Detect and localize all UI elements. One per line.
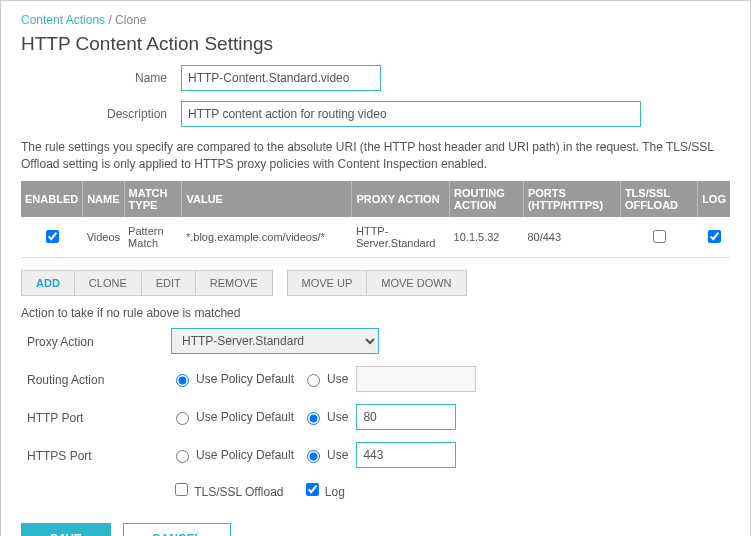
- description-label: Description: [21, 107, 181, 121]
- description-input[interactable]: [181, 101, 641, 127]
- http-use-text: Use: [327, 410, 348, 424]
- col-proxy-action: PROXY ACTION: [352, 181, 450, 217]
- row-value: *.blog.example.com/videos/*: [182, 217, 352, 258]
- row-proxy-action: HTTP-Server.Standard: [352, 217, 450, 258]
- log-checkbox[interactable]: [306, 483, 319, 496]
- breadcrumb-current: Clone: [115, 13, 146, 27]
- https-port-label: HTTPS Port: [21, 447, 171, 463]
- row-log-checkbox[interactable]: [708, 230, 721, 243]
- col-tls: TLS/SSL OFFLOAD: [620, 181, 697, 217]
- proxy-action-label: Proxy Action: [21, 333, 171, 349]
- https-port-input[interactable]: [356, 442, 456, 468]
- cancel-button[interactable]: CANCEL: [123, 523, 231, 536]
- https-use-radio-label[interactable]: Use: [302, 447, 348, 463]
- tls-offload-text: TLS/SSL Offload: [194, 485, 283, 499]
- http-use-radio[interactable]: [307, 412, 320, 425]
- col-value: VALUE: [182, 181, 352, 217]
- col-enabled: ENABLED: [21, 181, 83, 217]
- no-match-label: Action to take if no rule above is match…: [21, 306, 730, 320]
- tls-offload-checkbox-label[interactable]: TLS/SSL Offload: [171, 480, 284, 499]
- rules-toolbar: ADD CLONE EDIT REMOVE MOVE UP MOVE DOWN: [21, 270, 730, 296]
- routing-use-radio-label[interactable]: Use: [302, 371, 348, 387]
- proxy-action-select[interactable]: HTTP-Server.Standard: [171, 328, 379, 354]
- name-input[interactable]: [181, 65, 381, 91]
- bottom-buttons: SAVE CANCEL: [21, 523, 730, 536]
- move-up-button[interactable]: MOVE UP: [287, 270, 368, 296]
- http-port-input[interactable]: [356, 404, 456, 430]
- http-default-text: Use Policy Default: [196, 410, 294, 424]
- log-checkbox-label[interactable]: Log: [302, 480, 345, 499]
- row-match-type: Pattern Match: [124, 217, 182, 258]
- table-row[interactable]: Videos Pattern Match *.blog.example.com/…: [21, 217, 730, 258]
- breadcrumb-parent-link[interactable]: Content Actions: [21, 13, 105, 27]
- routing-action-label: Routing Action: [21, 371, 171, 387]
- col-match-type: MATCH TYPE: [124, 181, 182, 217]
- page-container: Content Actions / Clone HTTP Content Act…: [0, 0, 751, 536]
- col-routing-action: ROUTING ACTION: [450, 181, 524, 217]
- remove-button[interactable]: REMOVE: [196, 270, 273, 296]
- col-name: NAME: [83, 181, 124, 217]
- https-default-radio[interactable]: [176, 450, 189, 463]
- rules-header-row: ENABLED NAME MATCH TYPE VALUE PROXY ACTI…: [21, 181, 730, 217]
- row-tls-checkbox[interactable]: [653, 230, 666, 243]
- https-default-radio-label[interactable]: Use Policy Default: [171, 447, 294, 463]
- col-ports: PORTS (HTTP/HTTPS): [523, 181, 620, 217]
- http-port-label: HTTP Port: [21, 409, 171, 425]
- row-name: Videos: [83, 217, 124, 258]
- rules-table: ENABLED NAME MATCH TYPE VALUE PROXY ACTI…: [21, 181, 730, 258]
- routing-use-radio[interactable]: [307, 374, 320, 387]
- save-button[interactable]: SAVE: [21, 523, 111, 536]
- https-use-radio[interactable]: [307, 450, 320, 463]
- move-down-button[interactable]: MOVE DOWN: [367, 270, 466, 296]
- no-match-settings: Proxy Action HTTP-Server.Standard Routin…: [21, 328, 730, 499]
- row-ports: 80/443: [523, 217, 620, 258]
- help-text: The rule settings you specify are compar…: [21, 139, 730, 173]
- col-log: LOG: [698, 181, 730, 217]
- row-routing-action: 10.1.5.32: [450, 217, 524, 258]
- http-default-radio-label[interactable]: Use Policy Default: [171, 409, 294, 425]
- row-enabled-checkbox[interactable]: [46, 230, 59, 243]
- tls-offload-checkbox[interactable]: [175, 483, 188, 496]
- http-use-radio-label[interactable]: Use: [302, 409, 348, 425]
- log-text: Log: [325, 485, 345, 499]
- http-default-radio[interactable]: [176, 412, 189, 425]
- edit-button[interactable]: EDIT: [142, 270, 196, 296]
- routing-default-radio-label[interactable]: Use Policy Default: [171, 371, 294, 387]
- https-default-text: Use Policy Default: [196, 448, 294, 462]
- routing-default-radio[interactable]: [176, 374, 189, 387]
- routing-use-text: Use: [327, 372, 348, 386]
- routing-default-text: Use Policy Default: [196, 372, 294, 386]
- clone-button[interactable]: CLONE: [75, 270, 142, 296]
- routing-use-input[interactable]: [356, 366, 476, 392]
- name-label: Name: [21, 71, 181, 85]
- add-button[interactable]: ADD: [21, 270, 75, 296]
- page-title: HTTP Content Action Settings: [21, 33, 730, 55]
- breadcrumb: Content Actions / Clone: [21, 13, 730, 27]
- https-use-text: Use: [327, 448, 348, 462]
